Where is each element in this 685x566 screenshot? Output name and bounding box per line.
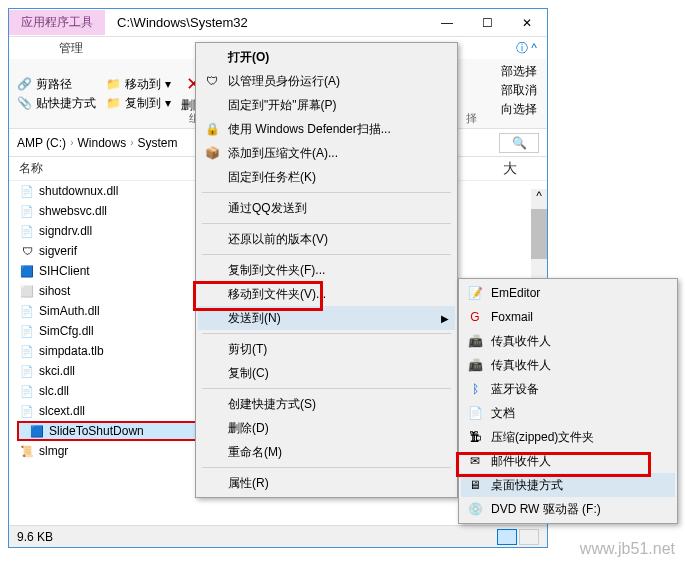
separator bbox=[202, 467, 451, 468]
column-name[interactable]: 名称 bbox=[19, 160, 179, 177]
view-details-button[interactable] bbox=[497, 529, 517, 545]
sendto-foxmail[interactable]: GFoxmail bbox=[461, 305, 675, 329]
ctx-delete[interactable]: 删除(D) bbox=[198, 416, 455, 440]
shield-icon: 🛡 bbox=[19, 243, 35, 259]
ribbon-copy-to[interactable]: 📁复制到 ▾ bbox=[106, 95, 171, 112]
disc-icon: 💿 bbox=[467, 501, 483, 517]
ctx-pin-taskbar[interactable]: 固定到任务栏(K) bbox=[198, 165, 455, 189]
app-icon: 🟦 bbox=[19, 263, 35, 279]
ctx-defender-scan[interactable]: 🔒使用 Windows Defender扫描... bbox=[198, 117, 455, 141]
close-button[interactable]: ✕ bbox=[507, 9, 547, 37]
fax-icon: 📠 bbox=[467, 357, 483, 373]
ctx-move-to-folder[interactable]: 移动到文件夹(V)... bbox=[198, 282, 455, 306]
copy-icon: 📁 bbox=[106, 96, 121, 110]
desktop-icon: 🖥 bbox=[467, 477, 483, 493]
script-icon: 📜 bbox=[19, 443, 35, 459]
ctx-send-to[interactable]: 发送到(N)▶ bbox=[198, 306, 455, 330]
window-title-path: C:\Windows\System32 bbox=[105, 15, 427, 30]
fax-icon: 📠 bbox=[467, 333, 483, 349]
archive-icon: 📦 bbox=[204, 145, 220, 161]
zip-icon: 🗜 bbox=[467, 429, 483, 445]
chevron-right-icon: › bbox=[70, 137, 73, 148]
ctx-qq-send[interactable]: 通过QQ发送到 bbox=[198, 196, 455, 220]
sendto-desktop-shortcut[interactable]: 🖥桌面快捷方式 bbox=[461, 473, 675, 497]
ctx-add-archive[interactable]: 📦添加到压缩文件(A)... bbox=[198, 141, 455, 165]
sendto-zip[interactable]: 🗜压缩(zipped)文件夹 bbox=[461, 425, 675, 449]
sendto-emeditor[interactable]: 📝EmEditor bbox=[461, 281, 675, 305]
minimize-button[interactable]: — bbox=[427, 9, 467, 37]
scroll-up-icon[interactable]: ^ bbox=[531, 189, 547, 203]
ctx-pin-start[interactable]: 固定到"开始"屏幕(P) bbox=[198, 93, 455, 117]
titlebar: 应用程序工具 C:\Windows\System32 — ☐ ✕ bbox=[9, 9, 547, 37]
foxmail-icon: G bbox=[467, 309, 483, 325]
help-icon[interactable]: ⓘ ^ bbox=[516, 40, 537, 57]
maximize-button[interactable]: ☐ bbox=[467, 9, 507, 37]
defender-icon: 🔒 bbox=[204, 121, 220, 137]
file-icon: 📄 bbox=[19, 303, 35, 319]
sendto-dvd[interactable]: 💿DVD RW 驱动器 (F:) bbox=[461, 497, 675, 521]
app-icon: ⬜ bbox=[19, 283, 35, 299]
crumb-windows[interactable]: Windows bbox=[77, 136, 126, 150]
statusbar: 9.6 KB bbox=[9, 525, 547, 547]
chevron-right-icon: ▶ bbox=[441, 313, 449, 324]
sendto-mail[interactable]: ✉邮件收件人 bbox=[461, 449, 675, 473]
file-icon: 📄 bbox=[19, 363, 35, 379]
ribbon-deselect-all[interactable]: 部取消 bbox=[501, 82, 537, 99]
scroll-thumb[interactable] bbox=[531, 209, 547, 259]
ctx-properties[interactable]: 属性(R) bbox=[198, 471, 455, 495]
ctx-restore-versions[interactable]: 还原以前的版本(V) bbox=[198, 227, 455, 251]
path-icon: 🔗 bbox=[17, 77, 32, 91]
search-icon: 🔍 bbox=[512, 136, 527, 150]
sendto-bluetooth[interactable]: ᛒ蓝牙设备 bbox=[461, 377, 675, 401]
file-icon: 📄 bbox=[19, 203, 35, 219]
separator bbox=[202, 254, 451, 255]
ribbon-shortcut-path[interactable]: 🔗剪路径 bbox=[17, 76, 96, 93]
ctx-cut[interactable]: 剪切(T) bbox=[198, 337, 455, 361]
app-icon: 🟦 bbox=[29, 423, 45, 439]
ctx-copy[interactable]: 复制(C) bbox=[198, 361, 455, 385]
crumb-drive[interactable]: AMP (C:) bbox=[17, 136, 66, 150]
ctx-run-admin[interactable]: 🛡以管理员身份运行(A) bbox=[198, 69, 455, 93]
ctx-copy-to-folder[interactable]: 复制到文件夹(F)... bbox=[198, 258, 455, 282]
ribbon-paste-shortcut[interactable]: 📎贴快捷方式 bbox=[17, 95, 96, 112]
ribbon-move-to[interactable]: 📁移动到 ▾ bbox=[106, 76, 171, 93]
shortcut-icon: 📎 bbox=[17, 96, 32, 110]
ctx-rename[interactable]: 重命名(M) bbox=[198, 440, 455, 464]
sendto-fax2[interactable]: 📠传真收件人 bbox=[461, 353, 675, 377]
separator bbox=[202, 223, 451, 224]
sendto-fax[interactable]: 📠传真收件人 bbox=[461, 329, 675, 353]
context-menu: 打开(O) 🛡以管理员身份运行(A) 固定到"开始"屏幕(P) 🔒使用 Wind… bbox=[195, 42, 458, 498]
file-icon: 📄 bbox=[19, 183, 35, 199]
file-icon: 📄 bbox=[19, 323, 35, 339]
move-icon: 📁 bbox=[106, 77, 121, 91]
document-icon: 📄 bbox=[467, 405, 483, 421]
sendto-documents[interactable]: 📄文档 bbox=[461, 401, 675, 425]
watermark: www.jb51.net bbox=[580, 540, 675, 558]
shield-icon: 🛡 bbox=[204, 73, 220, 89]
search-input[interactable]: 🔍 bbox=[499, 133, 539, 153]
view-large-button[interactable] bbox=[519, 529, 539, 545]
ribbon-group-select: 择 bbox=[466, 111, 477, 126]
sort-indicator[interactable]: 大 bbox=[503, 160, 517, 178]
bluetooth-icon: ᛒ bbox=[467, 381, 483, 397]
emeditor-icon: 📝 bbox=[467, 285, 483, 301]
ctx-open[interactable]: 打开(O) bbox=[198, 45, 455, 69]
ctx-create-shortcut[interactable]: 创建快捷方式(S) bbox=[198, 392, 455, 416]
ribbon-inverse-select[interactable]: 向选择 bbox=[501, 101, 537, 118]
chevron-right-icon: › bbox=[130, 137, 133, 148]
file-icon: 📄 bbox=[19, 403, 35, 419]
crumb-system[interactable]: System bbox=[138, 136, 178, 150]
separator bbox=[202, 388, 451, 389]
file-icon: 📄 bbox=[19, 223, 35, 239]
sendto-submenu: 📝EmEditor GFoxmail 📠传真收件人 📠传真收件人 ᛒ蓝牙设备 📄… bbox=[458, 278, 678, 524]
mail-icon: ✉ bbox=[467, 453, 483, 469]
ribbon-select-all[interactable]: 部选择 bbox=[501, 63, 537, 80]
tab-app-tools[interactable]: 应用程序工具 bbox=[9, 10, 105, 35]
status-size: 9.6 KB bbox=[17, 530, 53, 544]
tab-manage[interactable]: 管理 bbox=[59, 40, 83, 57]
file-icon: 📄 bbox=[19, 343, 35, 359]
separator bbox=[202, 192, 451, 193]
separator bbox=[202, 333, 451, 334]
file-icon: 📄 bbox=[19, 383, 35, 399]
